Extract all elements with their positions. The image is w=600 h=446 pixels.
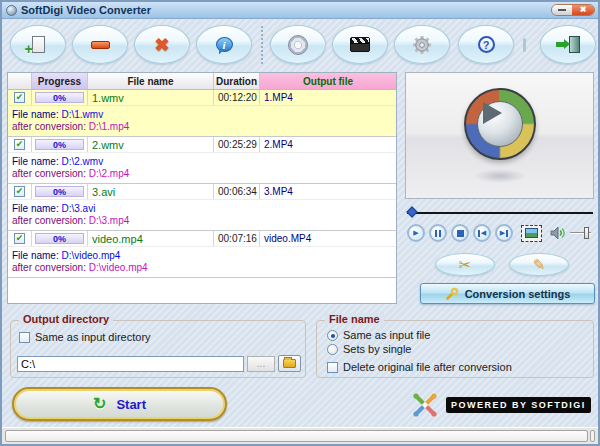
file-list-table: Progress File name Duration Output file … [7, 72, 397, 304]
trim-button[interactable]: ✂ [435, 253, 495, 276]
source-path: D:\1.wmv [61, 109, 103, 120]
add-files-button[interactable]: + [10, 25, 66, 64]
next-button[interactable]: ▶ [495, 224, 513, 242]
volume-thumb[interactable] [584, 227, 589, 239]
conversion-path: D:\3.mp4 [89, 215, 130, 226]
checkbox-box[interactable] [327, 362, 338, 373]
table-row[interactable]: ✔ 0% 2.wmv 00:25:29 2.MP4 File name: D:\… [8, 137, 396, 184]
source-path: D:\video.mp4 [61, 250, 120, 261]
file-name-group: File name Same as input file Sets by sin… [316, 320, 594, 378]
remove-file-icon [91, 41, 110, 49]
output-file: 2.MP4 [260, 139, 293, 150]
row-details: File name: D:\2.wmv after conversion: D:… [8, 153, 396, 183]
play-button[interactable]: ▶ [407, 224, 425, 242]
checkbox-box[interactable] [19, 332, 30, 343]
header-file-name[interactable]: File name [88, 73, 214, 89]
conversion-path: D:\video.mp4 [89, 262, 148, 273]
powered-by: POWERED BY SOFTDIGI [410, 390, 591, 420]
row-checkbox[interactable]: ✔ [14, 139, 25, 150]
seek-slider[interactable] [407, 205, 593, 219]
edit-button[interactable]: ✎ [509, 253, 569, 276]
row-checkbox[interactable]: ✔ [14, 92, 25, 103]
radio-button[interactable] [327, 330, 338, 341]
playback-controls: ▶ ◀ ▶ [407, 222, 595, 244]
header-duration[interactable]: Duration [214, 73, 260, 89]
table-row[interactable]: ✔ 0% 3.avi 00:06:34 3.MP4 File name: D:\… [8, 184, 396, 231]
start-button[interactable]: ↻ Start [12, 387, 227, 421]
next-icon: ▶ [500, 229, 508, 237]
volume-slider[interactable] [570, 226, 591, 240]
exit-button[interactable] [540, 25, 596, 64]
minimize-button[interactable] [552, 5, 572, 15]
file-info-button[interactable]: i [196, 25, 252, 64]
help-button[interactable]: ? [458, 25, 514, 64]
clear-list-button[interactable]: ✖ [134, 25, 190, 64]
row-details: File name: D:\1.wmv after conversion: D:… [8, 106, 396, 136]
output-directory-group: Output directory Same as input directory… [10, 320, 306, 378]
seek-thumb[interactable] [406, 206, 417, 217]
source-path: D:\3.avi [61, 203, 95, 214]
close-button[interactable]: ✖ [572, 5, 594, 15]
browse-disabled-button[interactable]: ... [247, 356, 275, 372]
snapshot-button[interactable] [521, 225, 542, 242]
snapshot-icon [525, 228, 538, 238]
table-row[interactable]: ✔ 0% video.mp4 00:07:16 video.MP4 File n… [8, 231, 396, 278]
header-progress[interactable]: Progress [32, 73, 88, 89]
pause-button[interactable] [429, 224, 447, 242]
progress-bar: 0% [35, 186, 84, 197]
conversion-label: after conversion: [12, 121, 86, 132]
window-title: SoftDigi Video Converter [21, 4, 151, 16]
conversion-path: D:\2.mp4 [89, 168, 130, 179]
radio-same-as-input[interactable]: Same as input file [327, 329, 430, 341]
stop-icon [457, 230, 464, 237]
exit-icon [556, 36, 580, 54]
stop-button[interactable] [451, 224, 469, 242]
row-checkbox[interactable]: ✔ [14, 233, 25, 244]
convert-refresh-icon: ↻ [93, 396, 106, 412]
delete-original-checkbox[interactable]: Delete original file after conversion [327, 361, 512, 373]
scissors-icon: ✂ [459, 257, 472, 272]
conversion-settings-label: Conversion settings [465, 288, 571, 300]
folder-icon [283, 359, 296, 368]
video-tools-button[interactable] [332, 25, 388, 64]
powered-by-text: POWERED BY SOFTDIGI [446, 397, 591, 413]
same-directory-checkbox[interactable]: Same as input directory [19, 331, 151, 343]
radio-single-label: Sets by single [343, 343, 411, 355]
conversion-settings-button[interactable]: Conversion settings [420, 283, 595, 304]
previous-button[interactable]: ◀ [473, 224, 491, 242]
file-name: 2.wmv [88, 139, 124, 151]
status-bar-grip [590, 430, 595, 442]
wrench-icon [445, 287, 459, 301]
table-row[interactable]: ✔ 0% 1.wmv 00:12:20 1.MP4 File name: D:\… [8, 90, 396, 137]
source-path: D:\2.wmv [61, 156, 103, 167]
burn-disc-button[interactable] [270, 25, 326, 64]
output-file: video.MP4 [260, 233, 311, 244]
output-path-input[interactable] [17, 356, 244, 372]
status-bar-field [5, 430, 588, 442]
radio-button[interactable] [327, 344, 338, 355]
settings-gear-icon [412, 35, 432, 55]
previous-icon: ◀ [478, 229, 486, 237]
browse-folder-button[interactable] [278, 355, 301, 372]
settings-button[interactable] [394, 25, 450, 64]
remove-file-button[interactable] [72, 25, 128, 64]
toolbar: + ✖ i ? [2, 20, 598, 70]
duration: 00:12:20 [214, 92, 257, 103]
app-window: SoftDigi Video Converter ✖ + ✖ i [0, 0, 600, 446]
add-file-icon: + [32, 36, 45, 53]
row-checkbox[interactable]: ✔ [14, 186, 25, 197]
file-name-group-label: File name [325, 313, 384, 325]
volume-icon[interactable] [550, 226, 566, 240]
conversion-path: D:\1.mp4 [89, 121, 130, 132]
duration: 00:25:29 [214, 139, 257, 150]
progress-bar: 0% [35, 233, 84, 244]
radio-sets-by-single[interactable]: Sets by single [327, 343, 411, 355]
video-clip-icon [350, 37, 370, 52]
pause-icon [435, 230, 441, 237]
header-output-file[interactable]: Output file [260, 73, 396, 89]
output-file: 3.MP4 [260, 186, 293, 197]
conversion-label: after conversion: [12, 215, 86, 226]
toolbar-separator [261, 26, 263, 64]
output-file: 1.MP4 [260, 92, 293, 103]
source-label: File name: [12, 250, 59, 261]
